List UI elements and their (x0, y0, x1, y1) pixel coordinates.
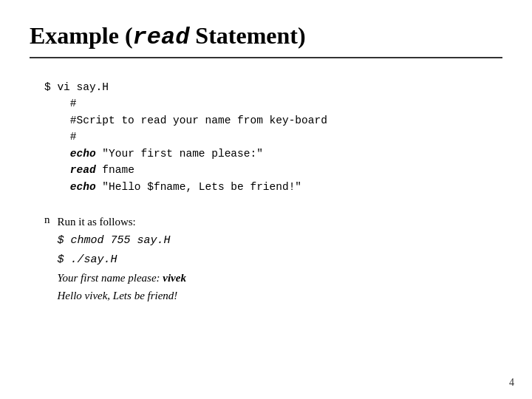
bullet-section: n Run it as follows: $ chmod 755 say.H $… (44, 213, 502, 304)
output1-value: vivek (163, 272, 186, 284)
title-prefix: Example ( (30, 22, 133, 49)
title-suffix: Statement) (189, 22, 305, 49)
bullet-marker: n (44, 214, 50, 226)
page-number: 4 (509, 377, 514, 389)
code-line-4: # (44, 129, 502, 145)
code-line-1: $ vi say.H (44, 79, 502, 95)
slide-container: Example (read Statement) $ vi say.H # #S… (0, 0, 532, 399)
cmd2: $ ./say.H (58, 253, 117, 266)
code-line-6: read fname (44, 162, 502, 178)
title-mono: read (133, 24, 190, 51)
output2: Hello vivek, Lets be friend! (58, 290, 178, 301)
code-block: $ vi say.H # #Script to read your name f… (44, 79, 502, 195)
code-line-2: # (44, 95, 502, 112)
code-line-3: #Script to read your name from key-board (44, 112, 502, 129)
content-area: $ vi say.H # #Script to read your name f… (30, 79, 502, 304)
bullet-content: Run it as follows: $ chmod 755 say.H $ .… (58, 213, 186, 304)
slide-title: Example (read Statement) (30, 22, 502, 58)
output1: Your first name please: vivek (58, 272, 186, 284)
output1-prefix: Your first name please: (58, 272, 163, 284)
cmd1: $ chmod 755 say.H (58, 234, 171, 247)
code-line-7: echo "Hello $fname, Lets be friend!" (44, 179, 502, 195)
run-text: Run it as follows: (58, 216, 136, 228)
code-line-5: echo "Your first name please:" (44, 146, 502, 162)
